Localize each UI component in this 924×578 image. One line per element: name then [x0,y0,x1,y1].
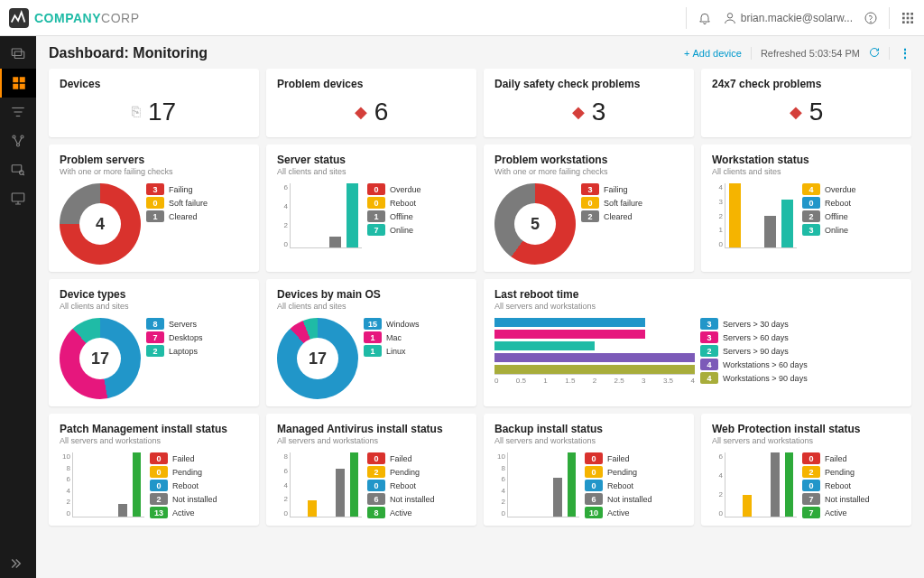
legend-item: 2Pending [367,466,466,478]
legend-badge: 2 [146,345,164,357]
legend-label: Mac [386,333,402,342]
legend-badge: 2 [802,210,820,222]
bar-chart [72,452,144,517]
chart-card[interactable]: Backup install statusAll servers and wor… [484,414,694,526]
svg-point-2 [871,21,872,22]
chart-card[interactable]: Problem workstationsWith one or more fai… [484,144,694,272]
sidebar-expand[interactable] [0,549,36,578]
legend: 3Failing0Soft failure1Cleared [146,183,248,222]
legend-label: Workstations > 90 days [723,374,808,383]
donut-center: 17 [277,318,358,399]
card-subtitle: All servers and workstations [494,436,683,445]
legend-item: 0Overdue [367,183,466,195]
chart-card[interactable]: Problem serversWith one or more failing … [49,144,259,272]
legend-badge: 0 [150,480,168,491]
bar [494,365,695,374]
legend-item: 6Not installed [367,493,466,505]
legend-item: 6Not installed [585,493,683,505]
sidebar-item-network[interactable] [0,126,36,155]
bar [785,452,793,517]
legend-item: 2Cleared [581,210,683,222]
legend-item: 7Active [802,507,901,518]
card-subtitle: All servers and workstations [494,302,901,311]
card-title: Backup install status [494,423,683,435]
logo-text: COMPANYCORP [34,11,139,25]
legend-badge: 10 [585,507,603,518]
chart-card[interactable]: Web Protection install statusAll servers… [701,414,911,526]
logo[interactable]: COMPANYCORP [9,8,139,28]
chart-card[interactable]: Devices by main OSAll clients and sites1… [266,279,476,406]
bar [568,452,576,517]
bell-icon [698,11,712,25]
bar [336,469,344,517]
bar-chart [725,452,797,517]
kpi-card[interactable]: Problem devices ◆6 [266,69,476,137]
warning-icon: ◆ [790,102,802,122]
hbar-row [494,330,695,339]
user-menu[interactable]: brian.mackie@solarw... [723,11,853,25]
notifications-button[interactable] [698,11,712,25]
card-title: Daily safety check problems [494,78,683,90]
legend: 8Servers7Desktops2Laptops [146,318,248,357]
legend-item: 7Not installed [802,493,901,505]
add-device-button[interactable]: +Add device [684,48,742,59]
chart-card[interactable]: Managed Antivirus install statusAll serv… [266,414,476,526]
legend-item: 2Not installed [150,493,248,505]
legend-badge: 2 [367,466,385,478]
legend-item: 2Laptops [146,345,248,357]
donut-center: 5 [494,183,576,265]
help-button[interactable] [864,11,878,25]
y-axis: 6420 [712,452,723,517]
bar [781,200,793,247]
y-axis: 1086420 [60,452,70,517]
card-subtitle: With one or more failing checks [494,167,683,176]
card-title: Managed Antivirus install status [277,423,466,435]
svg-rect-8 [910,16,913,19]
warning-icon: ◆ [572,102,585,122]
kpi-card[interactable]: Daily safety check problems ◆3 [484,69,694,137]
legend-label: Workstations > 60 days [723,360,808,369]
donut-center: 17 [60,318,141,399]
legend-item: 3Servers > 60 days [700,331,901,343]
chart-card[interactable]: Server statusAll clients and sites64200O… [266,144,476,272]
legend-badge: 0 [581,197,599,209]
y-axis: 86420 [277,452,288,517]
legend-badge: 3 [700,318,718,330]
chart-card[interactable]: Device typesAll clients and sites178Serv… [49,279,259,406]
sidebar-item-search[interactable] [0,155,36,184]
card-title: Problem servers [60,154,248,166]
kpi-value: ⎘17 [60,98,248,130]
bar [133,452,141,517]
sidebar-item-filter[interactable] [0,98,36,126]
chart-card[interactable]: Last reboot timeAll servers and workstat… [484,279,911,406]
legend-label: Failed [390,454,412,463]
chart-card[interactable]: Patch Management install statusAll serve… [49,414,259,526]
legend-badge: 1 [146,210,164,222]
legend-item: 1Mac [364,331,466,343]
legend-item: 4Workstations > 90 days [700,372,901,384]
legend-label: Reboot [825,481,851,490]
legend-item: 0Pending [585,466,683,478]
legend-label: Servers > 90 days [723,347,789,356]
bar-chart [290,183,362,248]
refresh-button[interactable] [869,47,880,60]
svg-rect-11 [910,21,913,23]
bar [494,330,645,339]
kpi-card[interactable]: 24x7 check problems ◆5 [701,69,911,137]
legend-item: 1Linux [364,345,466,357]
legend-item: 0Soft failure [581,197,683,209]
kpi-card[interactable]: Devices ⎘17 [49,69,259,137]
sidebar-item-devices[interactable] [0,40,36,69]
apps-button[interactable] [901,11,915,25]
legend-badge: 0 [367,197,385,209]
card-subtitle: All clients and sites [712,167,901,176]
legend-item: 0Soft failure [146,197,248,209]
card-title: 24x7 check problems [712,78,901,90]
chart-card[interactable]: Workstation statusAll clients and sites4… [701,144,911,272]
more-menu[interactable]: ⋮ [899,46,911,61]
legend-item: 0Failed [802,452,901,464]
warning-icon: ◆ [355,102,367,122]
sidebar-item-dashboard[interactable] [0,69,36,98]
donut-chart: 17 [60,318,141,399]
sidebar-item-remote[interactable] [0,184,36,213]
